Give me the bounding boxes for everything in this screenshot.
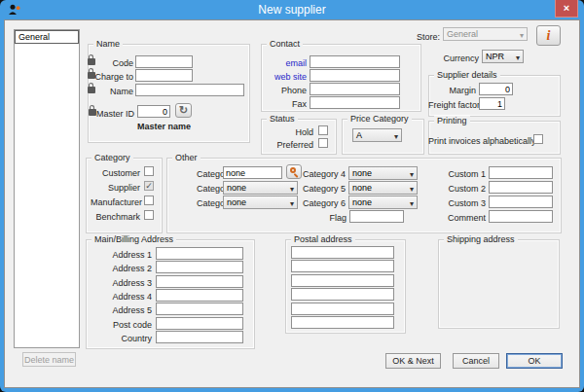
hold-label: Hold — [268, 127, 313, 137]
supplier-details-caption: Supplier details — [434, 70, 500, 80]
category5-label: Category 5 — [292, 184, 346, 194]
custom1-label: Custom 1 — [436, 169, 486, 179]
postcode-input[interactable] — [156, 317, 243, 330]
code-label: Code — [93, 58, 133, 68]
hold-checkbox[interactable] — [318, 125, 328, 135]
supplier-label: Supplier — [91, 183, 140, 193]
margin-label: Margin — [428, 86, 476, 95]
address3-input[interactable] — [156, 275, 243, 288]
margin-input[interactable] — [479, 83, 513, 95]
custom3-input[interactable] — [489, 196, 553, 208]
shipping-address-group: Shipping address — [438, 239, 560, 329]
postal-line3-input[interactable] — [291, 274, 394, 287]
currency-select[interactable]: NPR — [482, 50, 524, 63]
new-supplier-window: New supplier × General Store: General i … — [0, 0, 584, 392]
currency-label: Currency — [438, 53, 479, 63]
master-id-input[interactable] — [137, 105, 170, 118]
charge-to-input[interactable] — [135, 69, 193, 82]
store-label: Store: — [399, 32, 440, 42]
postal-line2-input[interactable] — [291, 260, 394, 272]
comment-input[interactable] — [489, 210, 553, 223]
charge-to-label: Charge to — [88, 72, 133, 82]
other-group-caption: Other — [172, 153, 201, 162]
contact-group-caption: Contact — [267, 39, 303, 49]
postal-line1-input[interactable] — [291, 246, 394, 259]
website-link[interactable]: web site — [263, 72, 307, 82]
ok-next-button[interactable]: OK & Next — [385, 353, 441, 369]
category2-select[interactable]: none — [223, 181, 298, 195]
supplier-checkbox[interactable] — [144, 181, 154, 191]
category1-input[interactable] — [223, 166, 282, 179]
custom2-input[interactable] — [489, 181, 553, 194]
comment-label: Comment — [436, 213, 486, 223]
email-input[interactable] — [310, 55, 400, 68]
postal-address-caption: Postal address — [291, 234, 355, 244]
postal-line6-input[interactable] — [291, 316, 394, 329]
sync-icon: ↻ — [179, 104, 188, 116]
category6-value: none — [352, 197, 372, 207]
sync-master-button[interactable]: ↻ — [175, 103, 192, 118]
postal-line5-input[interactable] — [291, 303, 394, 315]
master-name-label: Master name — [137, 122, 196, 131]
country-label: Country — [91, 334, 152, 343]
address5-input[interactable] — [156, 303, 243, 315]
preferred-checkbox[interactable] — [318, 138, 328, 148]
category2-value: none — [227, 183, 246, 193]
manufacturer-label: Manufacturer — [91, 197, 140, 207]
content-layer: General Store: General i Currency NPR Na… — [0, 0, 584, 392]
postal-line4-input[interactable] — [291, 288, 394, 301]
category4-label: Category 4 — [292, 169, 346, 179]
print-alphabetically-label: Print invoices alphabetically — [428, 136, 530, 146]
custom3-label: Custom 3 — [436, 198, 486, 208]
freight-factor-input[interactable] — [479, 97, 505, 110]
phone-input[interactable] — [310, 83, 400, 95]
name-input[interactable] — [135, 84, 244, 96]
price-category-select[interactable]: A — [352, 128, 402, 142]
flag-label: Flag — [311, 213, 347, 223]
benchmark-checkbox[interactable] — [144, 210, 154, 220]
email-link[interactable]: email — [263, 58, 307, 68]
sidebar-item-general[interactable]: General — [15, 30, 79, 44]
country-input[interactable] — [156, 331, 243, 343]
store-select: General — [443, 27, 528, 41]
address4-input[interactable] — [156, 289, 243, 302]
address5-label: Address 5 — [91, 305, 152, 315]
address2-input[interactable] — [156, 261, 243, 273]
store-value: General — [447, 29, 478, 39]
code-input[interactable] — [135, 55, 193, 68]
website-input[interactable] — [310, 69, 400, 82]
cancel-button[interactable]: Cancel — [453, 353, 499, 369]
delete-name-button[interactable]: Delete name — [22, 352, 76, 367]
name-label: Name — [93, 87, 133, 96]
category-group-caption: Category — [91, 153, 133, 162]
category4-value: none — [352, 168, 372, 178]
screenshot-root: New supplier × General Store: General i … — [0, 0, 584, 392]
category6-select[interactable]: none — [348, 196, 418, 209]
benchmark-label: Benchmark — [91, 212, 140, 222]
preferred-label: Preferred — [268, 140, 313, 150]
print-alphabetically-checkbox[interactable] — [533, 134, 543, 144]
flag-input[interactable] — [349, 210, 404, 223]
name-group-caption: Name — [93, 39, 123, 49]
master-id-label: Master ID — [95, 109, 134, 119]
supplier-details-group: Supplier details — [428, 75, 561, 117]
category5-select[interactable]: none — [348, 181, 418, 195]
freight-factor-label: Freight factor — [428, 100, 476, 110]
category3-value: none — [227, 197, 246, 207]
category4-select[interactable]: none — [348, 166, 418, 180]
fax-input[interactable] — [310, 96, 400, 109]
address1-input[interactable] — [156, 247, 243, 260]
ok-button[interactable]: OK — [506, 353, 563, 369]
currency-value: NPR — [486, 52, 504, 61]
manufacturer-checkbox[interactable] — [144, 196, 154, 205]
phone-label: Phone — [263, 86, 307, 95]
address4-label: Address 4 — [91, 292, 152, 302]
category3-select[interactable]: none — [223, 196, 298, 209]
price-category-caption: Price Category — [347, 114, 412, 124]
fax-label: Fax — [263, 99, 307, 109]
customer-checkbox[interactable] — [144, 166, 154, 176]
custom1-input[interactable] — [489, 166, 553, 179]
address1-label: Address 1 — [91, 250, 152, 260]
postcode-label: Post code — [91, 320, 152, 330]
info-button[interactable]: i — [536, 25, 561, 46]
